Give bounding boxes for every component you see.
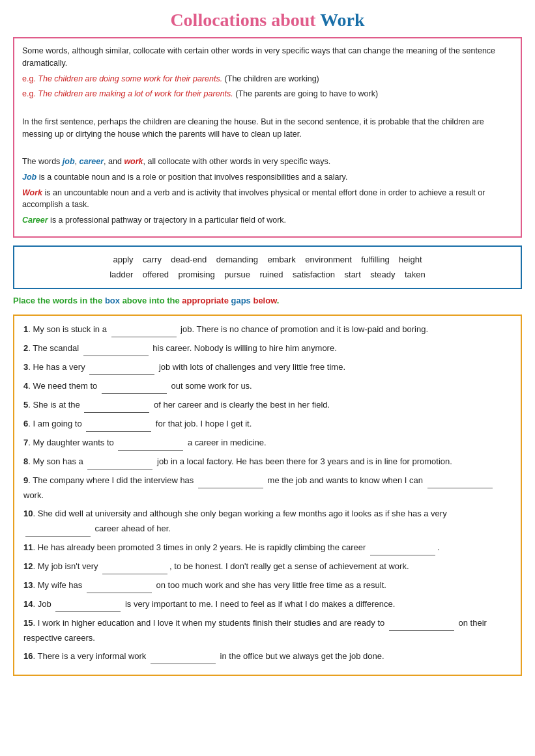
intro-para1: Some words, although similar, collocate … [22, 45, 513, 70]
instruction: Place the words in the box above into th… [13, 296, 522, 305]
intro-eg1: e.g. The children are doing some work fo… [22, 73, 513, 85]
exercise-2: 2. The scandal his career. Nobody is wil… [23, 341, 512, 356]
intro-eg2: e.g. The children are making a lot of wo… [22, 88, 513, 100]
intro-box: Some words, although similar, collocate … [13, 37, 522, 238]
intro-para2: In the first sentence, perhaps the child… [22, 116, 513, 141]
exercise-4: 4. We need them to out some work for us. [23, 379, 512, 394]
exercise-3: 3. He has a very job with lots of challe… [23, 360, 512, 375]
exercise-10: 10. She did well at university and altho… [23, 507, 512, 536]
intro-career-def: Career is a professional pathway or traj… [22, 214, 513, 227]
exercise-5: 5. She is at the of her career and is cl… [23, 398, 512, 413]
intro-job-def: Job is a countable noun and is a role or… [22, 171, 513, 184]
page-title: Collocations about Work [170, 10, 364, 30]
exercise-11: 11. He has already been promoted 3 times… [23, 540, 512, 555]
exercise-6: 6. I am going to for that job. I hope I … [23, 417, 512, 432]
exercise-14: 14. Job is very important to me. I need … [23, 597, 512, 612]
exercise-15: 15. I work in higher education and I lov… [23, 616, 512, 645]
exercise-12: 12. My job isn't very , to be honest. I … [23, 559, 512, 574]
exercise-8: 8. My son has a job in a local factory. … [23, 455, 512, 469]
intro-work-def: Work is an uncountable noun and a verb a… [22, 187, 513, 212]
word-row-1: apply carry dead-end demanding embark en… [23, 252, 512, 267]
word-row-2: ladder offered promising pursue ruined s… [23, 267, 512, 282]
exercise-16: 16. There is a very informal work in the… [23, 649, 512, 664]
word-box: apply carry dead-end demanding embark en… [13, 245, 522, 289]
exercises-box: 1. My son is stuck in a job. There is no… [13, 315, 522, 677]
exercise-7: 7. My daughter wants to a career in medi… [23, 436, 512, 451]
exercise-1: 1. My son is stuck in a job. There is no… [23, 322, 512, 337]
title-area: Collocations about Work [13, 10, 522, 31]
exercise-13: 13. My wife has on too much work and she… [23, 578, 512, 593]
exercise-9: 9. The company where I did the interview… [23, 473, 512, 503]
intro-para3: The words job, career, and work, all col… [22, 156, 513, 168]
